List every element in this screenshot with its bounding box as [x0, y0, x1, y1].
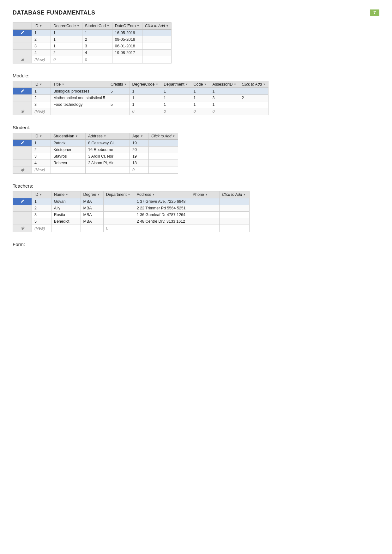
col-code[interactable]: Code ▼: [191, 81, 210, 88]
row-selector: [13, 101, 32, 108]
col-department[interactable]: Department ▼: [103, 191, 134, 198]
cell-age: 18: [130, 160, 149, 166]
cell-student-cod: 4: [82, 50, 112, 56]
table-row[interactable]: 2 Ally MBA 2 22 Trimmer Pd 5564 5251: [13, 205, 250, 212]
table-row[interactable]: 1 Govan MBA 1 37 Grieve Ave, 7225 6848: [13, 198, 250, 205]
new-row[interactable]: ✱ (New) 0: [13, 166, 178, 174]
table-row[interactable]: 5 Benedict MBA 2 48 Centre Drv, 3133 161…: [13, 218, 250, 225]
table-row[interactable]: 1 Biological processes 5 1 1 1 1: [13, 88, 268, 95]
row-selector: [13, 29, 32, 36]
table-row[interactable]: 3 Stavros 3 Ardill Cl, Nor 19: [13, 153, 178, 160]
col-click-to-add[interactable]: Click to Add ▼: [239, 81, 268, 88]
cell-id: 3: [32, 43, 51, 50]
cell-phone: [190, 198, 219, 205]
cell-id: 3: [32, 153, 51, 160]
table-row[interactable]: 1 1 1 16-05-2019: [13, 29, 172, 36]
col-id[interactable]: ID ▼: [32, 23, 51, 30]
cell-name: Ally: [51, 205, 81, 212]
cell-extra: [219, 218, 249, 225]
table-row[interactable]: 2 Mathematical and statistical 5 1 1 1 3…: [13, 95, 268, 101]
cell-student-cod: 3: [82, 43, 112, 50]
row-selector: [13, 218, 32, 225]
table-row[interactable]: 3 Rosita MBA 1 36 Gumleaf Dr 4787 1264: [13, 212, 250, 218]
table-row[interactable]: 4 Rebeca 2 Alsom Pl, Air 18: [13, 160, 178, 166]
cell-new-name: [51, 225, 81, 232]
cell-new-id: (New): [32, 225, 51, 232]
col-credits[interactable]: Credits ▼: [108, 81, 130, 88]
table-row[interactable]: 4 2 4 19-08-2017: [13, 50, 172, 56]
cell-extra: [149, 140, 178, 147]
cell-degree-code: 1: [130, 95, 161, 101]
svg-marker-3: [21, 200, 24, 203]
row-selector: [13, 95, 32, 101]
cell-id: 4: [32, 160, 51, 166]
cell-extra: [142, 43, 172, 50]
table-row[interactable]: 3 Food technology 5 1 1 1 1: [13, 101, 268, 108]
col-address[interactable]: Address ▼: [134, 191, 190, 198]
cell-extra: [219, 198, 249, 205]
cell-code: 1: [191, 95, 210, 101]
row-selector: [13, 88, 32, 95]
form-section: Form:: [13, 242, 379, 247]
cell-address: 3 Ardill Cl, Nor: [86, 153, 130, 160]
cell-name: Govan: [51, 198, 81, 205]
col-degree-code[interactable]: DegreeCode ▼: [130, 81, 161, 88]
col-department[interactable]: Department ▼: [161, 81, 191, 88]
cell-degree: MBA: [81, 198, 103, 205]
cell-assessor-id: 1: [210, 101, 239, 108]
table-row[interactable]: 2 1 2 09-05-2018: [13, 36, 172, 43]
page-number: 7: [370, 9, 379, 16]
col-address[interactable]: Address ▼: [86, 133, 130, 140]
cell-name: Rebeca: [51, 160, 86, 166]
new-row[interactable]: ✱ (New) 0 0 0 0: [13, 108, 268, 115]
col-click-to-add[interactable]: Click to Add ▼: [142, 23, 172, 30]
cell-assessor-id: 3: [210, 95, 239, 101]
col-date-ofenro[interactable]: DateOfEnro ▼: [112, 23, 142, 30]
col-age[interactable]: Age ▼: [130, 133, 149, 140]
student-section-label: Student:: [13, 125, 379, 130]
cell-new-extra: [149, 166, 178, 174]
cell-id: 3: [32, 212, 51, 218]
row-selector-col: [13, 81, 32, 88]
col-title[interactable]: Title ▼: [51, 81, 108, 88]
new-row-selector: ✱: [13, 166, 32, 174]
cell-degree-code: 1: [51, 29, 82, 36]
col-click-to-add[interactable]: Click to Add ▼: [149, 133, 178, 140]
cell-date: 16-05-2019: [112, 29, 142, 36]
col-click-to-add[interactable]: Click to Add ▼: [219, 191, 249, 198]
svg-marker-1: [21, 89, 24, 93]
cell-new-dept: 0: [161, 108, 191, 115]
page-header: DATABASE FUNDAMENTALS 7: [13, 9, 379, 16]
col-assessor-id[interactable]: AssessorID ▼: [210, 81, 239, 88]
table-row[interactable]: 2 Kristopher 16 Roebourne 20: [13, 147, 178, 153]
cell-id: 1: [32, 198, 51, 205]
cell-date: 19-08-2017: [112, 50, 142, 56]
table-row[interactable]: 1 Patrick 8 Castaway Cl, 19: [13, 140, 178, 147]
table-row[interactable]: 3 1 3 06-01-2018: [13, 43, 172, 50]
cell-student-cod: 1: [82, 29, 112, 36]
cell-credits: 5: [108, 88, 130, 95]
cell-new-address: [134, 225, 190, 232]
cell-name: Kristopher: [51, 147, 86, 153]
page-title: DATABASE FUNDAMENTALS: [13, 9, 95, 16]
col-student-name[interactable]: StudentNan ▼: [51, 133, 86, 140]
col-name[interactable]: Name ▼: [51, 191, 81, 198]
cell-id: 4: [32, 50, 51, 56]
new-row-selector: ✱: [13, 56, 32, 63]
col-student-cod[interactable]: StudentCod ▼: [82, 23, 112, 30]
cell-degree-code: 1: [130, 88, 161, 95]
cell-credits: 5: [108, 101, 130, 108]
new-row[interactable]: ✱ (New) 0 0: [13, 56, 172, 63]
col-degree[interactable]: Degree ▼: [81, 191, 103, 198]
col-id[interactable]: ID ▼: [32, 133, 51, 140]
cell-address: 8 Castaway Cl,: [86, 140, 130, 147]
cell-id: 2: [32, 36, 51, 43]
new-row-selector: ✱: [13, 108, 32, 115]
new-row[interactable]: ✱ (New) 0: [13, 225, 250, 232]
col-degree-code[interactable]: DegreeCode ▼: [51, 23, 82, 30]
col-phone[interactable]: Phone ▼: [190, 191, 219, 198]
cell-degree-code: 1: [130, 101, 161, 108]
col-id[interactable]: ID ▼: [32, 81, 51, 88]
col-id[interactable]: ID ▼: [32, 191, 51, 198]
cell-department: [103, 212, 134, 218]
